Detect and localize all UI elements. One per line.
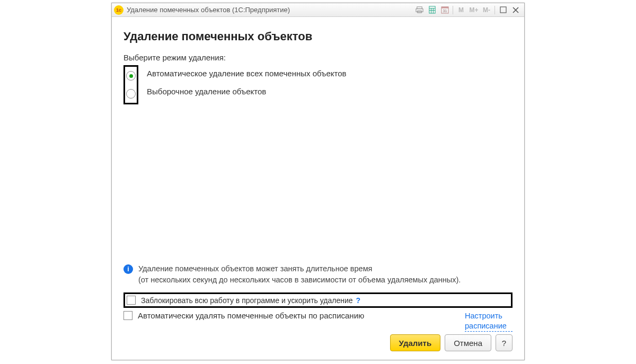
schedule-row: Автоматически удалять помеченные объекты… — [123, 311, 513, 327]
radio-auto[interactable] — [126, 71, 136, 81]
info-icon: i — [123, 264, 133, 274]
info-block: i Удаление помеченных объектов может зан… — [123, 263, 513, 285]
inline-help-icon[interactable]: ? — [356, 296, 361, 305]
delete-button[interactable]: Удалить — [390, 334, 441, 351]
block-checkbox-highlight: Заблокировать всю работу в программе и у… — [123, 292, 513, 308]
info-line2: (от нескольких секунд до нескольких часо… — [138, 274, 461, 285]
mode-prompt: Выберите режим удаления: — [123, 53, 513, 62]
svg-text:31: 31 — [443, 9, 447, 13]
app-logo-icon: 1c — [114, 5, 123, 15]
print-icon[interactable] — [413, 5, 425, 15]
memory-mminus-button[interactable]: M- — [481, 5, 492, 15]
radio-selective-label: Выборочное удаление объектов — [147, 87, 266, 96]
configure-schedule-link[interactable]: Настроить расписание — [465, 311, 513, 332]
close-icon[interactable] — [510, 5, 522, 15]
memory-mplus-button[interactable]: M+ — [468, 5, 480, 15]
radio-selective[interactable] — [126, 89, 136, 99]
dialog-window: 1c Удаление помеченных объектов (1С:Пред… — [111, 3, 525, 360]
dialog-content: Удаление помеченных объектов Выберите ре… — [112, 17, 524, 360]
checkbox-schedule[interactable] — [123, 311, 132, 320]
svg-rect-9 — [441, 7, 448, 8]
svg-rect-1 — [416, 9, 422, 12]
radio-group: Автоматическое удаление всех помеченных … — [123, 65, 513, 104]
svg-rect-0 — [417, 7, 421, 9]
help-button[interactable]: ? — [496, 334, 513, 351]
svg-rect-11 — [500, 7, 506, 13]
maximize-icon[interactable] — [497, 5, 509, 15]
calendar-icon[interactable]: 31 — [439, 5, 450, 15]
calculator-icon[interactable] — [426, 5, 438, 15]
titlebar: 1c Удаление помеченных объектов (1С:Пред… — [112, 3, 524, 17]
checkbox-schedule-label: Автоматически удалять помеченные объекты… — [138, 311, 364, 320]
info-line1: Удаление помеченных объектов может занят… — [138, 263, 461, 274]
page-title: Удаление помеченных объектов — [123, 30, 513, 43]
radio-highlight-box — [123, 65, 138, 104]
dialog-footer: Удалить Отмена ? — [123, 334, 513, 351]
svg-rect-3 — [429, 6, 435, 13]
radio-auto-label: Автоматическое удаление всех помеченных … — [147, 69, 347, 78]
checkbox-block-label: Заблокировать всю работу в программе и у… — [141, 296, 353, 305]
checkbox-block-work[interactable] — [127, 296, 136, 305]
memory-m-button[interactable]: M — [455, 5, 467, 15]
cancel-button[interactable]: Отмена — [445, 334, 491, 351]
window-title: Удаление помеченных объектов (1С:Предпри… — [127, 6, 290, 14]
